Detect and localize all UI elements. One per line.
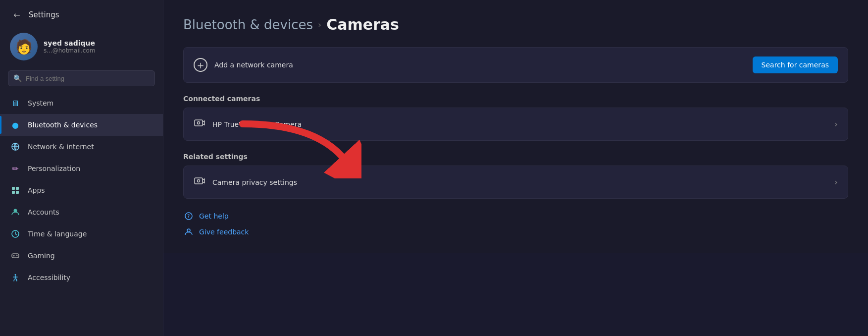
network-icon	[10, 141, 21, 152]
profile-info: syed sadique s...@hotmail.com	[44, 39, 96, 54]
search-icon: 🔍	[13, 74, 22, 82]
privacy-row-left: Camera privacy settings	[194, 175, 297, 189]
svg-rect-2	[12, 191, 15, 194]
breadcrumb-parent[interactable]: Bluetooth & devices	[183, 17, 313, 32]
sidebar-item-label-time: Time & language	[28, 230, 87, 238]
svg-rect-6	[12, 254, 19, 258]
camera-icon	[194, 117, 205, 131]
sidebar-header: ← Settings	[0, 0, 163, 28]
bluetooth-icon: ●	[10, 119, 21, 130]
svg-point-7	[16, 255, 17, 255]
search-input[interactable]	[26, 75, 150, 82]
time-icon	[10, 228, 21, 239]
accounts-icon	[10, 207, 21, 218]
give-feedback-label: Give feedback	[199, 228, 249, 236]
search-box[interactable]: 🔍	[8, 70, 155, 86]
sidebar-item-time[interactable]: Time & language	[0, 223, 163, 245]
sidebar-item-bluetooth[interactable]: ● Bluetooth & devices	[0, 114, 163, 136]
camera-item-left: HP TrueVision HD Camera	[194, 117, 302, 131]
sidebar-item-network[interactable]: Network & internet	[0, 136, 163, 158]
sidebar-item-system[interactable]: 🖥 System	[0, 92, 163, 114]
privacy-chevron-right-icon: ›	[835, 177, 838, 187]
get-help-icon: ?	[183, 211, 194, 222]
sidebar-item-label-bluetooth: Bluetooth & devices	[28, 121, 98, 129]
sidebar-item-label-gaming: Gaming	[28, 252, 55, 260]
main-content: Bluetooth & devices › Cameras + Add a ne…	[163, 0, 868, 253]
add-circle-icon: +	[194, 58, 207, 72]
breadcrumb-separator: ›	[318, 19, 321, 30]
sidebar-item-label-personalization: Personalization	[28, 165, 80, 172]
get-help-label: Get help	[199, 212, 229, 220]
connected-cameras-label: Connected cameras	[183, 95, 848, 103]
camera-name-label: HP TrueVision HD Camera	[212, 120, 302, 128]
add-camera-left: + Add a network camera	[194, 58, 293, 72]
sidebar-item-label-accessibility: Accessibility	[28, 274, 70, 281]
nav-list: 🖥 System ● Bluetooth & devices Network &…	[0, 90, 163, 336]
sidebar-item-label-accounts: Accounts	[28, 208, 59, 216]
system-icon: 🖥	[10, 98, 21, 109]
sidebar-item-gaming[interactable]: Gaming	[0, 245, 163, 267]
chevron-right-icon: ›	[835, 119, 838, 129]
sidebar-item-label-apps: Apps	[28, 186, 45, 194]
sidebar-item-label-system: System	[28, 99, 53, 107]
svg-rect-1	[16, 187, 19, 190]
gaming-icon	[10, 250, 21, 261]
profile-section[interactable]: 🧑 syed sadique s...@hotmail.com	[0, 28, 163, 68]
search-cameras-button[interactable]: Search for cameras	[753, 56, 838, 73]
add-network-camera-row[interactable]: + Add a network camera Search for camera…	[183, 47, 848, 83]
profile-name: syed sadique	[44, 39, 96, 47]
svg-point-9	[198, 122, 200, 124]
profile-email: s...@hotmail.com	[44, 47, 96, 54]
svg-point-10	[198, 180, 200, 182]
sidebar-item-label-network: Network & internet	[28, 143, 94, 151]
camera-privacy-row[interactable]: Camera privacy settings ›	[183, 166, 848, 199]
footer-links: ? Get help Give feedback	[183, 211, 848, 237]
svg-point-13	[187, 229, 190, 232]
sidebar-item-accessibility[interactable]: Accessibility	[0, 267, 163, 288]
back-button[interactable]: ←	[10, 8, 24, 22]
camera-item-row[interactable]: HP TrueVision HD Camera ›	[183, 108, 848, 141]
camera-privacy-icon	[194, 175, 205, 189]
svg-point-8	[15, 274, 16, 276]
get-help-link[interactable]: ? Get help	[183, 211, 848, 222]
sidebar-title-label: Settings	[29, 10, 59, 19]
svg-rect-0	[12, 187, 15, 190]
breadcrumb: Bluetooth & devices › Cameras	[183, 16, 848, 33]
add-camera-label: Add a network camera	[214, 61, 293, 69]
apps-icon	[10, 185, 21, 196]
accessibility-icon	[10, 272, 21, 283]
sidebar-item-accounts[interactable]: Accounts	[0, 201, 163, 223]
svg-rect-3	[16, 191, 19, 194]
give-feedback-icon	[183, 226, 194, 237]
sidebar: ← Settings 🧑 syed sadique s...@hotmail.c…	[0, 0, 163, 336]
privacy-settings-label: Camera privacy settings	[212, 178, 297, 186]
give-feedback-link[interactable]: Give feedback	[183, 226, 848, 237]
sidebar-item-apps[interactable]: Apps	[0, 179, 163, 201]
avatar: 🧑	[10, 33, 38, 60]
main-wrapper: Bluetooth & devices › Cameras + Add a ne…	[163, 0, 868, 336]
related-settings-label: Related settings	[183, 153, 848, 161]
personalization-icon: ✏	[10, 163, 21, 174]
svg-text:?: ?	[187, 214, 190, 219]
sidebar-item-personalization[interactable]: ✏ Personalization	[0, 158, 163, 179]
breadcrumb-current: Cameras	[326, 16, 399, 33]
